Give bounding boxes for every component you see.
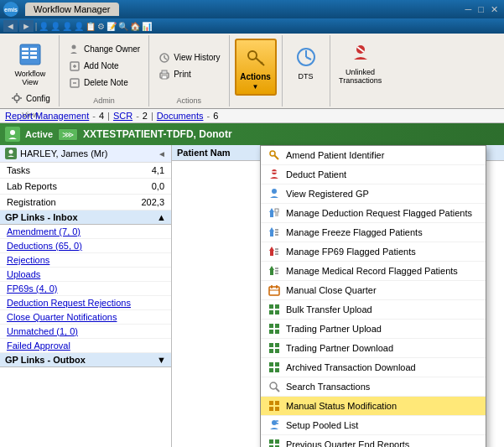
- dropdown-archived-transaction[interactable]: Archived Transaction Download: [261, 358, 486, 377]
- dropdown-view-registered-gp[interactable]: View Registered GP: [261, 185, 486, 204]
- toolbar-icon-2[interactable]: 👤: [50, 22, 60, 31]
- dropdown-trading-partner-upload[interactable]: Trading Partner Upload: [261, 320, 486, 339]
- inbox-fp69s[interactable]: FP69s (4, 0): [0, 282, 171, 296]
- inbox-deduction-rejections[interactable]: Deduction Request Rejections: [0, 296, 171, 310]
- view-registered-gp-icon: [268, 187, 281, 200]
- dropdown-manage-fp69[interactable]: Manage FP69 Flagged Patients: [261, 242, 486, 262]
- breadcrumb-rm-count: 4: [99, 111, 104, 121]
- toolbar-icon-8[interactable]: 🔍: [118, 22, 128, 31]
- unlinked-group: Unlinked Transactions: [330, 35, 391, 107]
- add-note-icon: [68, 60, 81, 73]
- inbox-uploads[interactable]: Uploads: [0, 268, 171, 282]
- workflow-manager-tab[interactable]: Workflow Manager: [25, 3, 119, 16]
- config-icon: [10, 91, 23, 105]
- back-icon[interactable]: ◄: [3, 20, 18, 32]
- search-transactions-label: Search Transactions: [286, 382, 370, 392]
- view-history-button[interactable]: View History: [154, 50, 223, 65]
- change-owner-label: Change Owner: [84, 44, 140, 54]
- toolbar-icon-3[interactable]: 👤: [62, 22, 72, 31]
- dropdown-manual-status[interactable]: Manual Status Modification: [261, 397, 486, 416]
- dropdown-manual-close[interactable]: Manual Close Quarter: [261, 281, 486, 300]
- dropdown-prev-quarter[interactable]: Previous Quarter End Reports: [261, 435, 486, 447]
- inbox-deductions[interactable]: Deductions (65, 0): [0, 239, 171, 253]
- dropdown-setup-pooled[interactable]: Setup Pooled List: [261, 416, 486, 435]
- archived-transaction-label: Archived Transaction Download: [286, 362, 416, 372]
- svg-rect-50: [270, 251, 273, 256]
- dropdown-search-transactions[interactable]: Search Transactions: [261, 377, 486, 397]
- toolbar-view-group: Workflow View Config View: [2, 35, 60, 107]
- inbox-unmatched[interactable]: Unmatched (1, 0): [0, 325, 171, 339]
- close-icon[interactable]: ✕: [488, 4, 501, 15]
- dropdown-manage-freeze[interactable]: Manage Freeze Flagged Patients: [261, 223, 486, 242]
- toolbar-icon-10[interactable]: 📊: [142, 22, 152, 31]
- workflow-view-label: Workflow View: [12, 70, 49, 86]
- svg-rect-72: [269, 343, 273, 347]
- archived-transaction-icon: [268, 361, 281, 374]
- registration-count: 202,3: [141, 197, 164, 207]
- patient-status-label: Active: [25, 129, 53, 139]
- unlinked-transactions-button[interactable]: Unlinked Transactions: [335, 39, 386, 86]
- svg-marker-41: [269, 208, 274, 212]
- nav-registration[interactable]: Registration 202,3: [0, 195, 171, 211]
- config-label: Config: [26, 94, 50, 103]
- nav-tasks[interactable]: Tasks 4,1: [0, 163, 171, 179]
- expand-status-button[interactable]: ⋙: [58, 128, 78, 141]
- deduct-patient-label: Deduct Patient: [286, 169, 346, 179]
- dropdown-manage-medical[interactable]: Manage Medical Record Flagged Patients: [261, 262, 486, 281]
- trading-partner-upload-icon: [268, 322, 281, 335]
- tasks-count: 4,1: [152, 165, 164, 175]
- config-button[interactable]: Config: [7, 91, 54, 106]
- patient-item[interactable]: HARLEY, James (Mr) ◄: [0, 145, 171, 163]
- add-note-button[interactable]: Add Note: [65, 59, 143, 74]
- breadcrumb-scr[interactable]: SCR: [113, 111, 132, 121]
- svg-rect-1: [22, 48, 29, 50]
- svg-rect-22: [162, 70, 167, 74]
- print-button[interactable]: Print: [154, 67, 223, 82]
- gp-links-inbox-header[interactable]: GP Links - Inbox ▲: [0, 211, 171, 225]
- toolbar-separator: |: [35, 22, 38, 31]
- dropdown-amend-patient[interactable]: Amend Patient Identifier: [261, 146, 486, 165]
- svg-marker-56: [269, 266, 274, 270]
- dropdown-trading-partner-download[interactable]: Trading Partner Download: [261, 339, 486, 358]
- prev-quarter-label: Previous Quarter End Reports: [286, 439, 409, 447]
- nav-lab-reports[interactable]: Lab Reports 0,0: [0, 179, 171, 195]
- collapse-panel-button[interactable]: ◄: [158, 149, 166, 159]
- toolbar-icon-7[interactable]: 📝: [107, 22, 117, 31]
- inbox-rejections[interactable]: Rejections: [0, 253, 171, 268]
- delete-note-button[interactable]: Delete Note: [65, 75, 143, 91]
- inbox-expand-icon: ▲: [157, 212, 166, 222]
- breadcrumb-report-management[interactable]: Report Management: [5, 111, 89, 121]
- maximize-icon[interactable]: □: [475, 4, 486, 15]
- inbox-failed-approval[interactable]: Failed Approval: [0, 339, 171, 353]
- change-owner-button[interactable]: Change Owner: [65, 42, 143, 57]
- forward-icon[interactable]: ►: [19, 20, 34, 32]
- print-icon: [158, 68, 171, 81]
- gp-links-outbox-header[interactable]: GP Links - Outbox ▼: [0, 353, 171, 367]
- svg-point-33: [9, 150, 13, 154]
- inbox-amendment[interactable]: Amendment (7, 0): [0, 225, 171, 239]
- minimize-icon[interactable]: ─: [463, 4, 475, 15]
- dropdown-manage-deduction[interactable]: Manage Deduction Request Flagged Patient…: [261, 204, 486, 223]
- svg-rect-75: [275, 349, 279, 353]
- unlinked-label: Unlinked Transactions: [335, 68, 386, 85]
- toolbar-icon-1[interactable]: 👤: [39, 22, 49, 31]
- svg-point-9: [16, 101, 18, 103]
- toolbar-icon-4[interactable]: 👤: [74, 22, 84, 31]
- breadcrumb-documents[interactable]: Documents: [157, 111, 204, 121]
- svg-rect-89: [269, 439, 273, 444]
- svg-marker-51: [269, 247, 274, 251]
- svg-point-32: [10, 130, 15, 135]
- actions-button[interactable]: actions ▼: [235, 39, 277, 96]
- svg-rect-70: [269, 330, 273, 334]
- svg-rect-55: [270, 270, 273, 275]
- inbox-close-quarter[interactable]: Close Quarter Notifications: [0, 310, 171, 325]
- dts-button[interactable]: DTS: [288, 39, 325, 86]
- toolbar-icon-6[interactable]: ⚙: [97, 22, 105, 31]
- dropdown-bulk-transfer[interactable]: Bulk Transfer Upload: [261, 300, 486, 320]
- svg-point-7: [14, 96, 19, 101]
- dropdown-deduct-patient[interactable]: Deduct Patient: [261, 165, 486, 185]
- workflow-view-button[interactable]: Workflow View: [12, 40, 49, 87]
- toolbar-icon-5[interactable]: 📋: [86, 22, 96, 31]
- bulk-transfer-icon: [268, 303, 281, 316]
- toolbar-icon-9[interactable]: 🏠: [130, 22, 140, 31]
